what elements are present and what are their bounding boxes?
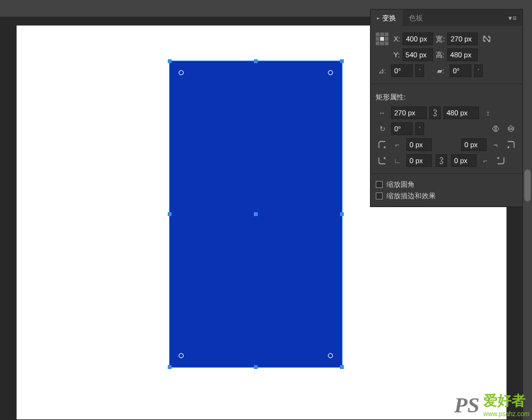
checkbox-box: [376, 181, 383, 188]
corner-type-tl-button[interactable]: ⌐: [391, 138, 404, 151]
corner-widget-br[interactable]: [328, 353, 333, 358]
position-section: X: 400 px 宽: 270 px Y: 540 px 高: 480 px …: [371, 26, 522, 84]
link-wh-button[interactable]: [429, 106, 441, 119]
panel-menu-button[interactable]: ▾≡: [503, 14, 522, 22]
h-label: 高:: [436, 50, 445, 60]
shape-width-icon: ↔: [376, 106, 388, 119]
x-label: X:: [394, 35, 400, 43]
shear-input[interactable]: 0°: [450, 64, 471, 77]
tab-swatches[interactable]: 色板: [403, 10, 429, 26]
tab-transform[interactable]: ▸变换: [371, 10, 403, 26]
shape-rot-dropdown[interactable]: ˅: [415, 122, 424, 135]
reference-point-grid[interactable]: [376, 33, 388, 45]
corner-widget-bl[interactable]: [179, 353, 184, 358]
shape-rotate-icon: ↻: [376, 122, 388, 135]
options-section: 缩放圆角 缩放描边和效果: [371, 174, 522, 206]
panel-tabs: ▸变换 色板 ▾≡: [371, 10, 522, 26]
checkbox-box: [376, 192, 383, 199]
corner-tr-icon: [505, 138, 517, 151]
svg-point-3: [384, 157, 386, 159]
corner-type-bl-button[interactable]: ∟: [391, 154, 404, 167]
rectangle-shape[interactable]: [170, 61, 342, 367]
shape-rot-input[interactable]: 0°: [391, 122, 413, 135]
scale-corners-checkbox[interactable]: 缩放圆角: [376, 180, 517, 189]
corner-tr-input[interactable]: 0 px: [461, 138, 487, 151]
corner-br-input[interactable]: 0 px: [451, 154, 477, 167]
rotate-input[interactable]: 0°: [391, 64, 413, 77]
link-corners-button[interactable]: [436, 154, 447, 167]
shear-dropdown[interactable]: ˅: [474, 64, 483, 77]
w-label: 宽:: [436, 34, 445, 44]
corner-bl-input[interactable]: 0 px: [406, 154, 432, 167]
rect-props-section: 矩形属性: ↔ 270 px 480 px ↕ ↻ 0° ˅ ⌐ 0 px 0 …: [371, 84, 522, 174]
corner-widget-tr[interactable]: [328, 70, 333, 75]
shape-height-icon: ↕: [482, 106, 494, 119]
rotate-icon: ⊿:: [376, 64, 388, 77]
checkbox-label: 缩放描边和效果: [387, 191, 436, 201]
corner-br-icon: [494, 154, 507, 167]
svg-point-1: [384, 147, 386, 148]
transform-panel: ▸变换 色板 ▾≡ X: 400 px 宽: 270 px Y: 540 px …: [370, 9, 523, 207]
flip-h-button[interactable]: [489, 122, 502, 135]
corner-type-br-button[interactable]: ⌐: [479, 154, 492, 167]
y-input[interactable]: 540 px: [403, 48, 433, 61]
shape-h-input[interactable]: 480 px: [443, 106, 479, 119]
constrain-proportions-icon[interactable]: [480, 33, 493, 45]
scrollbar-vertical[interactable]: [523, 17, 532, 420]
rotate-dropdown[interactable]: ˅: [415, 64, 424, 77]
w-input[interactable]: 270 px: [447, 33, 478, 45]
corner-widget-tl[interactable]: [179, 70, 184, 75]
corner-type-tr-button[interactable]: ¬: [489, 138, 502, 151]
corner-bl-icon: [376, 154, 388, 167]
tab-label: 变换: [382, 13, 396, 23]
h-input[interactable]: 480 px: [447, 48, 478, 61]
corner-tl-input[interactable]: 0 px: [406, 138, 432, 151]
y-label: Y:: [394, 51, 400, 59]
scale-stroke-checkbox[interactable]: 缩放描边和效果: [376, 191, 517, 201]
svg-point-2: [508, 147, 510, 148]
x-input[interactable]: 400 px: [403, 33, 433, 45]
flip-v-button[interactable]: [505, 122, 517, 135]
checkbox-label: 缩放圆角: [387, 180, 415, 189]
svg-point-4: [498, 157, 499, 159]
corner-tl-icon: [376, 138, 388, 151]
shear-icon: ▰:: [434, 64, 447, 77]
rect-title: 矩形属性:: [376, 92, 406, 102]
scrollbar-thumb[interactable]: [524, 170, 531, 201]
shape-w-input[interactable]: 270 px: [391, 106, 427, 119]
tab-label: 色板: [409, 13, 423, 23]
